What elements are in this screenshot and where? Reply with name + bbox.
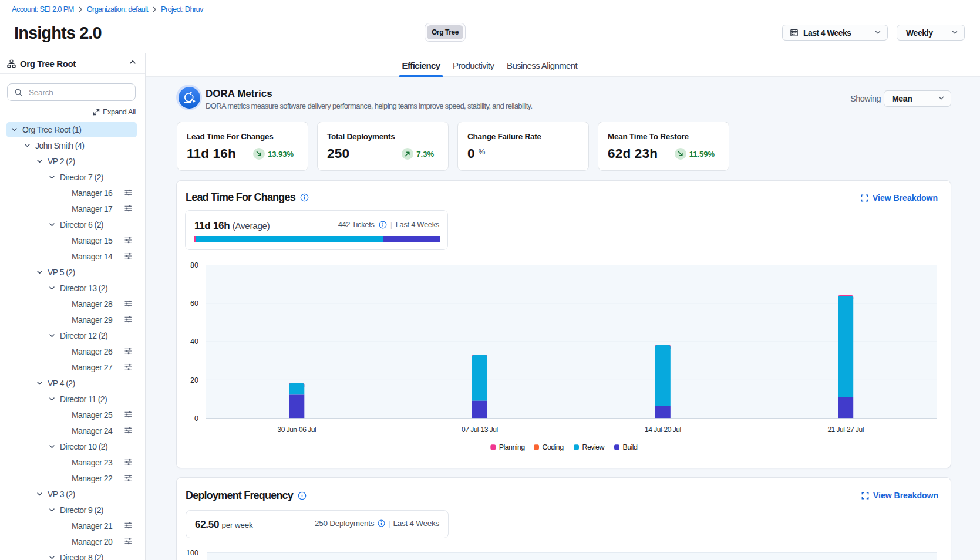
svg-text:Review: Review	[582, 443, 605, 451]
svg-text:21 Jul-27 Jul: 21 Jul-27 Jul	[827, 426, 864, 434]
svg-text:0: 0	[194, 414, 198, 423]
svg-text:Build: Build	[623, 443, 638, 451]
svg-text:80: 80	[190, 261, 198, 269]
svg-text:Coding: Coding	[543, 443, 564, 451]
svg-text:Planning: Planning	[499, 443, 525, 451]
svg-text:30 Jun-06 Jul: 30 Jun-06 Jul	[278, 426, 316, 434]
svg-text:40: 40	[190, 338, 198, 346]
svg-text:20: 20	[190, 376, 198, 384]
svg-text:60: 60	[190, 299, 198, 308]
svg-text:07 Jul-13 Jul: 07 Jul-13 Jul	[462, 426, 498, 434]
svg-text:14 Jul-20 Jul: 14 Jul-20 Jul	[645, 426, 681, 434]
